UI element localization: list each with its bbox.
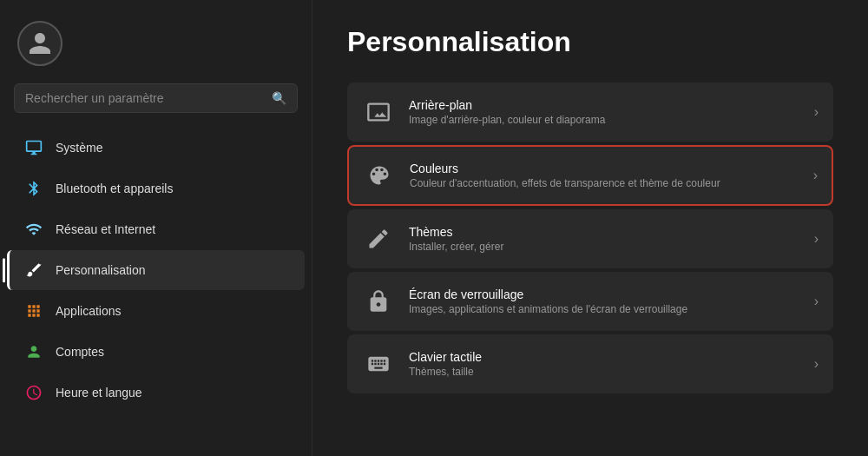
- settings-item-themes[interactable]: Thèmes Installer, créer, gérer ›: [347, 209, 833, 268]
- ecran-verrouillage-icon: [362, 285, 395, 318]
- search-input[interactable]: [25, 91, 272, 105]
- user-icon: [27, 30, 53, 56]
- themes-text: Thèmes Installer, créer, gérer: [409, 225, 807, 253]
- settings-item-arriere-plan[interactable]: Arrière-plan Image d'arrière-plan, coule…: [347, 83, 833, 142]
- couleurs-title: Couleurs: [410, 162, 806, 175]
- settings-item-couleurs[interactable]: Couleurs Couleur d'accentuation, effets …: [347, 145, 833, 206]
- brush-icon: [24, 261, 43, 280]
- ecran-verrouillage-text: Écran de verrouillage Images, applicatio…: [409, 287, 807, 315]
- sidebar-item-bluetooth[interactable]: Bluetooth et appareils: [7, 169, 305, 208]
- main-content: Personnalisation Arrière-plan Image d'ar…: [312, 0, 868, 456]
- sidebar-label-systeme: Système: [56, 141, 102, 155]
- bluetooth-icon: [24, 179, 43, 198]
- page-title: Personnalisation: [347, 26, 833, 58]
- accounts-icon: [24, 342, 43, 361]
- couleurs-icon: [363, 159, 396, 192]
- clavier-tactile-desc: Thèmes, taille: [409, 366, 807, 378]
- arriere-plan-text: Arrière-plan Image d'arrière-plan, coule…: [409, 98, 807, 126]
- arriere-plan-title: Arrière-plan: [409, 98, 807, 112]
- apps-icon: [24, 301, 43, 321]
- clavier-tactile-chevron: ›: [814, 356, 819, 372]
- settings-item-ecran-verrouillage[interactable]: Écran de verrouillage Images, applicatio…: [347, 272, 833, 331]
- sidebar-item-personnalisation[interactable]: Personnalisation: [7, 250, 305, 290]
- sidebar-label-heure: Heure et langue: [56, 386, 142, 400]
- monitor-icon: [24, 138, 43, 157]
- settings-item-clavier-tactile[interactable]: Clavier tactile Thèmes, taille ›: [347, 334, 833, 393]
- sidebar-item-applications[interactable]: Applications: [7, 291, 305, 331]
- clavier-tactile-icon: [362, 347, 395, 380]
- couleurs-chevron: ›: [813, 168, 818, 183]
- sidebar-item-reseau[interactable]: Réseau et Internet: [7, 209, 305, 249]
- nav-list: Système Bluetooth et appareils Réseau et…: [0, 127, 312, 456]
- sidebar-label-reseau: Réseau et Internet: [56, 222, 155, 236]
- themes-desc: Installer, créer, gérer: [409, 241, 807, 253]
- settings-list: Arrière-plan Image d'arrière-plan, coule…: [347, 83, 833, 393]
- sidebar-label-bluetooth: Bluetooth et appareils: [56, 182, 173, 195]
- couleurs-desc: Couleur d'accentuation, effets de transp…: [410, 177, 806, 189]
- sidebar: 🔍 Système Bluetooth et appareils Réseau …: [0, 0, 312, 456]
- themes-title: Thèmes: [409, 225, 807, 239]
- time-icon: [24, 383, 43, 402]
- search-box[interactable]: 🔍: [14, 83, 298, 113]
- clavier-tactile-text: Clavier tactile Thèmes, taille: [409, 350, 807, 378]
- clavier-tactile-title: Clavier tactile: [409, 350, 807, 364]
- sidebar-label-applications: Applications: [56, 304, 122, 318]
- sidebar-label-personnalisation: Personnalisation: [56, 263, 146, 277]
- arriere-plan-chevron: ›: [814, 104, 819, 120]
- themes-chevron: ›: [814, 231, 819, 247]
- sidebar-label-comptes: Comptes: [56, 345, 104, 359]
- profile-area: [0, 0, 312, 83]
- themes-icon: [362, 222, 395, 255]
- wifi-icon: [24, 220, 43, 239]
- sidebar-item-heure[interactable]: Heure et langue: [7, 373, 305, 413]
- sidebar-item-comptes[interactable]: Comptes: [7, 332, 305, 372]
- search-icon: 🔍: [272, 91, 286, 105]
- arriere-plan-desc: Image d'arrière-plan, couleur et diapora…: [409, 114, 807, 126]
- sidebar-item-systeme[interactable]: Système: [7, 128, 305, 168]
- avatar: [17, 21, 62, 66]
- ecran-verrouillage-chevron: ›: [814, 294, 819, 309]
- ecran-verrouillage-desc: Images, applications et animations de l'…: [409, 303, 807, 315]
- ecran-verrouillage-title: Écran de verrouillage: [409, 287, 807, 301]
- couleurs-text: Couleurs Couleur d'accentuation, effets …: [410, 162, 806, 189]
- arriere-plan-icon: [362, 96, 395, 129]
